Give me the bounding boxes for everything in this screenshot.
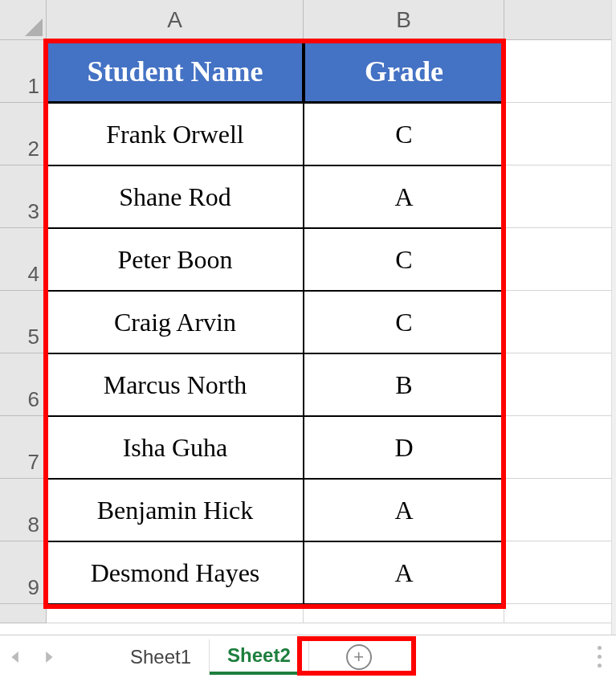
column-header-a[interactable]: A <box>47 0 304 40</box>
tab-options-icon[interactable] <box>598 646 602 668</box>
sheet-tab-bar: Sheet1 Sheet2 + <box>0 635 616 678</box>
table-row: Shane Rod A <box>47 165 616 228</box>
chevron-left-icon <box>10 651 22 663</box>
cell-grade[interactable]: C <box>304 291 504 353</box>
cell-name[interactable]: Benjamin Hick <box>47 479 304 541</box>
row-header-1[interactable]: 1 <box>0 40 47 103</box>
row-header-8[interactable]: 8 <box>0 479 47 541</box>
svg-marker-2 <box>46 651 52 663</box>
cell-c1[interactable] <box>504 40 616 103</box>
cell-grade[interactable]: C <box>304 228 504 291</box>
row-headers: 1 2 3 4 5 6 7 8 9 <box>0 40 47 623</box>
cell-empty[interactable] <box>304 604 504 623</box>
cell-grade[interactable]: A <box>304 479 504 541</box>
cell-empty[interactable] <box>47 604 304 623</box>
tab-nav-prev[interactable] <box>0 635 32 679</box>
table-row: Craig Arvin C <box>47 291 616 353</box>
cell-grade[interactable]: A <box>304 541 504 604</box>
header-student-name[interactable]: Student Name <box>47 40 304 103</box>
table-row: Isha Guha D <box>47 416 616 479</box>
row-header-7[interactable]: 7 <box>0 416 47 479</box>
table-row: Benjamin Hick A <box>47 479 616 541</box>
cell-empty[interactable] <box>504 165 616 228</box>
svg-marker-0 <box>25 18 43 36</box>
row-header-10[interactable] <box>0 604 47 623</box>
cell-grade[interactable]: D <box>304 416 504 479</box>
cell-name[interactable]: Shane Rod <box>47 165 304 228</box>
cell-name[interactable]: Peter Boon <box>47 228 304 291</box>
cell-name[interactable]: Craig Arvin <box>47 291 304 353</box>
tab-sheet2[interactable]: Sheet2 <box>210 639 309 675</box>
cell-grid: Student Name Grade Frank Orwell C Shane … <box>47 40 616 623</box>
cell-empty[interactable] <box>504 291 616 353</box>
select-all-corner[interactable] <box>0 0 47 40</box>
cell-empty[interactable] <box>504 479 616 541</box>
table-row <box>47 604 616 623</box>
cell-empty[interactable] <box>504 228 616 291</box>
row-header-5[interactable]: 5 <box>0 291 47 353</box>
cell-grade[interactable]: B <box>304 353 504 416</box>
cell-empty[interactable] <box>504 103 616 165</box>
cell-name[interactable]: Isha Guha <box>47 416 304 479</box>
cell-name[interactable]: Marcus North <box>47 353 304 416</box>
cell-name[interactable]: Frank Orwell <box>47 103 304 165</box>
row-header-4[interactable]: 4 <box>0 228 47 291</box>
column-headers: A B <box>47 0 616 40</box>
row-header-2[interactable]: 2 <box>0 103 47 165</box>
column-header-c[interactable] <box>504 0 616 40</box>
row-header-9[interactable]: 9 <box>0 541 47 604</box>
cell-grade[interactable]: A <box>304 165 504 228</box>
table-row: Student Name Grade <box>47 40 616 103</box>
chevron-right-icon <box>43 651 54 663</box>
cell-empty[interactable] <box>504 604 616 623</box>
plus-icon: + <box>346 644 372 670</box>
vertical-scrollbar[interactable] <box>611 0 616 635</box>
table-row: Desmond Hayes A <box>47 541 616 604</box>
cell-empty[interactable] <box>504 353 616 416</box>
table-row: Peter Boon C <box>47 228 616 291</box>
select-all-triangle-icon <box>25 18 43 36</box>
tab-nav-next[interactable] <box>32 635 64 679</box>
new-sheet-button[interactable]: + <box>341 639 377 675</box>
svg-marker-1 <box>11 651 18 663</box>
cell-empty[interactable] <box>504 541 616 604</box>
column-header-b[interactable]: B <box>304 0 504 40</box>
cell-name[interactable]: Desmond Hayes <box>47 541 304 604</box>
row-header-6[interactable]: 6 <box>0 353 47 416</box>
table-row: Frank Orwell C <box>47 103 616 165</box>
tab-sheet1[interactable]: Sheet1 <box>112 639 210 675</box>
header-grade[interactable]: Grade <box>304 40 504 103</box>
row-header-3[interactable]: 3 <box>0 165 47 228</box>
table-row: Marcus North B <box>47 353 616 416</box>
cell-empty[interactable] <box>504 416 616 479</box>
cell-grade[interactable]: C <box>304 103 504 165</box>
